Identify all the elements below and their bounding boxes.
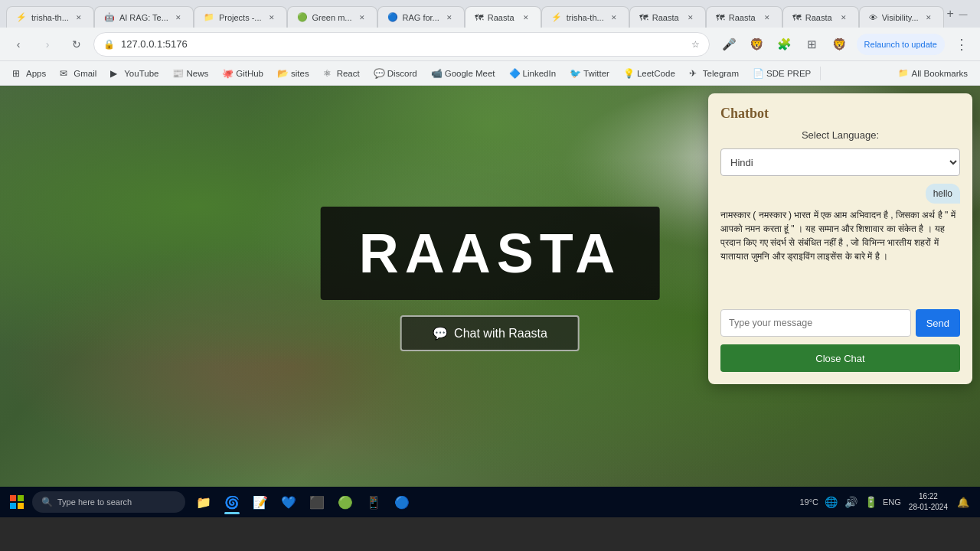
tab-close-icon[interactable]: ✕ xyxy=(74,12,84,23)
tab-close-icon[interactable]: ✕ xyxy=(609,12,619,23)
tab-close-icon[interactable]: ✕ xyxy=(762,12,773,23)
back-button[interactable]: ‹ xyxy=(6,32,31,57)
bookmark-icon-sites: 📂 xyxy=(277,68,288,79)
bookmark-label-linkedin: LinkedIn xyxy=(523,69,556,78)
tab-favicon: ⚡ xyxy=(16,12,27,22)
taskbar-app-chrome[interactable]: 🔵 xyxy=(388,488,416,516)
chat-with-raasta-button[interactable]: 💬 Chat with Raasta xyxy=(400,315,580,351)
tab-tab1[interactable]: ⚡trisha-th...✕ xyxy=(6,6,94,28)
tab-tab5[interactable]: 🔵RAG for...✕ xyxy=(377,6,465,28)
star-icon[interactable]: ☆ xyxy=(691,39,700,50)
bookmark-icon-meet: 📹 xyxy=(431,68,442,79)
tab-tab9[interactable]: 🗺Raasta✕ xyxy=(706,6,782,28)
send-button[interactable]: Send xyxy=(916,309,960,337)
bookmark-icon-twitter: 🐦 xyxy=(570,68,580,79)
language-indicator: ENG xyxy=(881,493,903,511)
language-select[interactable]: HindiEnglishMarathiTamilTelugu xyxy=(720,148,960,176)
taskbar-app-whatsapp[interactable]: 📱 xyxy=(360,488,387,516)
tab-close-icon[interactable]: ✕ xyxy=(173,12,184,23)
taskbar-clock[interactable]: 16:22 28-01-2024 xyxy=(906,491,951,513)
close-chat-button[interactable]: Close Chat xyxy=(720,344,960,372)
bookmark-react[interactable]: ⚛React xyxy=(317,64,366,83)
bookmark-icon-news: 📰 xyxy=(172,68,183,79)
menu-btn[interactable]: ⋮ xyxy=(949,32,974,57)
url-bar[interactable]: 🔒 127.0.0.1:5176 ☆ xyxy=(93,32,710,57)
svg-rect-0 xyxy=(10,495,16,501)
tab-favicon: 🤖 xyxy=(104,12,115,22)
forward-button[interactable]: › xyxy=(35,32,60,57)
profile-btn[interactable]: 🦁 xyxy=(828,32,852,57)
tab-close-icon[interactable]: ✕ xyxy=(923,12,934,23)
taskbar-app-file-explorer[interactable]: 📁 xyxy=(190,488,217,516)
chat-input[interactable] xyxy=(720,309,911,337)
extensions-btn[interactable]: 🧩 xyxy=(773,32,797,57)
bot-message: नामस्कार ( नमस्कार ) भारत में एक आम अभिव… xyxy=(720,208,960,263)
bookmark-linkedin[interactable]: 🔷LinkedIn xyxy=(503,64,562,83)
tab-tab11[interactable]: 👁Visibility...✕ xyxy=(859,6,944,28)
maximize-button[interactable]: ⧠ xyxy=(975,5,980,23)
tab-favicon: 🗺 xyxy=(639,13,648,22)
security-icon: 🔒 xyxy=(103,39,115,50)
bookmark-label-twitter: Twitter xyxy=(583,69,609,78)
tab-close-icon[interactable]: ✕ xyxy=(357,12,368,23)
tab-tab3[interactable]: 📁Projects -...✕ xyxy=(194,6,287,28)
start-button[interactable] xyxy=(3,488,31,516)
volume-icon[interactable]: 🔊 xyxy=(841,493,860,511)
bookmark-discord[interactable]: 💬Discord xyxy=(368,64,423,83)
tab-close-icon[interactable]: ✕ xyxy=(838,12,849,23)
search-icon: 🔍 xyxy=(41,497,53,507)
title-bar: ⚡trisha-th...✕🤖AI RAG: Te...✕📁Projects -… xyxy=(0,0,980,28)
network-icon[interactable]: 🌐 xyxy=(822,493,840,511)
tab-tab8[interactable]: 🗺Raasta✕ xyxy=(629,6,706,28)
toolbar-icons: 🎤 🦁 🧩 ⊞ 🦁 xyxy=(717,32,852,57)
tab-title: Raasta xyxy=(729,13,757,22)
bookmark-telegram[interactable]: ✈Telegram xyxy=(683,64,745,83)
bookmark-twitter[interactable]: 🐦Twitter xyxy=(564,64,616,83)
bookmark-gmail[interactable]: ✉Gmail xyxy=(54,64,103,83)
split-view-btn[interactable]: ⊞ xyxy=(800,32,825,57)
bookmark-youtube[interactable]: ▶YouTube xyxy=(104,64,165,83)
bookmark-icon-apps: ⊞ xyxy=(12,68,23,79)
bookmark-sites[interactable]: 📂sites xyxy=(271,64,315,83)
bookmark-apps[interactable]: ⊞Apps xyxy=(6,64,52,83)
taskbar-app-edge-browser[interactable]: 🌀 xyxy=(218,488,246,516)
reload-button[interactable]: ↻ xyxy=(64,32,89,57)
svg-rect-2 xyxy=(10,503,16,509)
tab-close-icon[interactable]: ✕ xyxy=(444,12,455,23)
battery-icon[interactable]: 🔋 xyxy=(861,493,880,511)
bookmark-leetcode[interactable]: 💡LeetCode xyxy=(617,64,681,83)
taskbar-app-terminal[interactable]: ⬛ xyxy=(303,488,331,516)
tab-tab2[interactable]: 🤖AI RAG: Te...✕ xyxy=(94,6,194,28)
all-bookmarks[interactable]: 📁All Bookmarks xyxy=(892,67,975,80)
tab-tab6[interactable]: 🗺Raasta✕ xyxy=(465,6,541,28)
new-tab-button[interactable]: + xyxy=(947,3,954,24)
taskbar-icons: 🌐 🔊 🔋 ENG xyxy=(822,493,903,511)
bookmark-icon-github: 🐙 xyxy=(222,68,233,79)
tab-close-icon[interactable]: ✕ xyxy=(521,12,531,23)
tab-favicon: ⚡ xyxy=(551,12,562,22)
tab-tab4[interactable]: 🟢Green m...✕ xyxy=(287,6,377,28)
bookmark-github[interactable]: 🐙GitHub xyxy=(216,64,270,83)
bookmark-label-discord: Discord xyxy=(387,69,417,78)
bookmark-meet[interactable]: 📹Google Meet xyxy=(425,64,501,83)
tab-tab7[interactable]: ⚡trisha-th...✕ xyxy=(541,6,629,28)
bookmark-sdeprep[interactable]: 📄SDE PREP xyxy=(746,64,817,83)
tab-close-icon[interactable]: ✕ xyxy=(266,12,277,23)
taskbar-app-vs-code[interactable]: 💙 xyxy=(275,488,302,516)
bookmark-news[interactable]: 📰News xyxy=(166,64,214,83)
taskbar-app-spotify[interactable]: 🟢 xyxy=(332,488,359,516)
taskbar-search[interactable]: 🔍 Type here to search xyxy=(32,491,185,513)
tab-tab10[interactable]: 🗺Raasta✕ xyxy=(782,6,859,28)
relaunch-button[interactable]: Relaunch to update xyxy=(857,34,945,55)
minimize-button[interactable]: — xyxy=(954,5,972,23)
tab-close-icon[interactable]: ✕ xyxy=(685,12,696,23)
tab-title: trisha-th... xyxy=(567,13,604,22)
chat-input-row: Send xyxy=(720,309,960,337)
notification-center[interactable]: 🔔 xyxy=(954,493,972,511)
mic-icon-btn[interactable]: 🎤 xyxy=(717,32,742,57)
url-text: 127.0.0.1:5176 xyxy=(121,38,685,50)
tab-title: AI RAG: Te... xyxy=(119,13,168,22)
taskbar-app-notepad[interactable]: 📝 xyxy=(247,488,274,516)
tab-favicon: 🗺 xyxy=(475,13,483,22)
brave-lion-btn[interactable]: 🦁 xyxy=(745,32,769,57)
